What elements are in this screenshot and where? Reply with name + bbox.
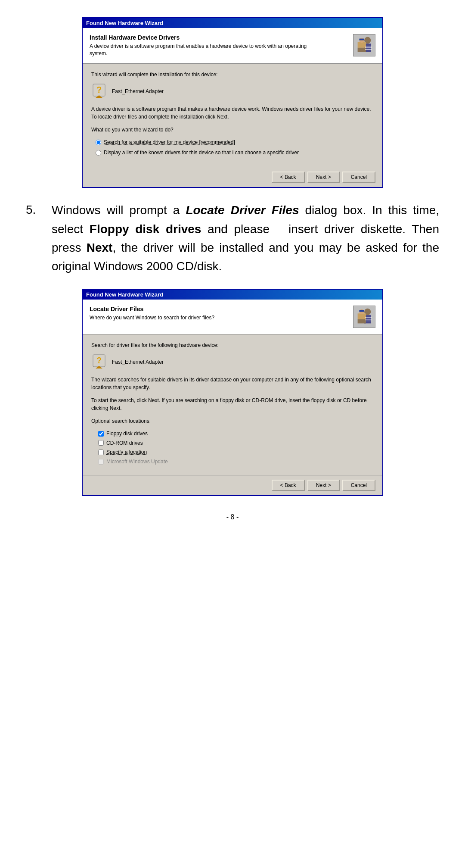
dialog2-desc2: To start the search, click Next. If you … xyxy=(91,397,374,412)
dialog2-header-text: Locate Driver Files Where do you want Wi… xyxy=(90,306,214,322)
dialog1-title: Found New Hardware Wizard xyxy=(86,20,163,26)
dialog1-heading: Install Hardware Device Drivers xyxy=(90,34,313,41)
dialog1-cancel-button[interactable]: Cancel xyxy=(342,172,375,183)
dialog2-body: Locate Driver Files Where do you want Wi… xyxy=(83,300,382,495)
dialog2-header-desc: Where do you want Windows to search for … xyxy=(90,314,214,322)
specify-label[interactable]: Specify a location xyxy=(106,449,147,456)
search-option-label[interactable]: Search for a suitable driver for my devi… xyxy=(104,139,235,146)
step5-content: Windows will prompt a Locate Driver File… xyxy=(52,201,439,276)
dialog1-question: What do you want the wizard to do? xyxy=(91,126,374,134)
dialog1-radio-group: Search for a suitable driver for my devi… xyxy=(96,139,374,157)
svg-point-17 xyxy=(359,309,364,314)
checkbox-floppy[interactable]: Floppy disk drives xyxy=(98,430,374,437)
list-option-label[interactable]: Display a list of the known drivers for … xyxy=(104,149,299,156)
dialog1-device-name: Fast_Ethernet Adapter xyxy=(112,88,164,94)
checkbox-cdrom[interactable]: CD-ROM drives xyxy=(98,440,374,447)
dialog2-intro: Search for driver files for the followin… xyxy=(91,341,374,349)
cdrom-label[interactable]: CD-ROM drives xyxy=(106,440,143,447)
dialog2-titlebar: Found New Hardware Wizard xyxy=(83,290,382,300)
dialog1-footer: < Back Next > Cancel xyxy=(83,167,382,187)
step5-next: Next xyxy=(87,241,113,254)
wizard-icon-2 xyxy=(353,306,375,328)
dialog1-back-button[interactable]: < Back xyxy=(272,172,305,183)
dialog1-header: Install Hardware Device Drivers A device… xyxy=(83,28,382,64)
dialog2-title: Found New Hardware Wizard xyxy=(86,291,163,298)
checkbox-windows-update[interactable]: Microsoft Windows Update xyxy=(98,458,374,465)
windows-update-checkbox[interactable] xyxy=(98,459,104,465)
svg-rect-3 xyxy=(358,42,366,47)
dialog2-device-name: Fast_Ethernet Adapter xyxy=(112,359,164,365)
dialog1-option2[interactable]: Display a list of the known drivers for … xyxy=(96,149,374,156)
svg-point-5 xyxy=(359,38,364,43)
svg-rect-16 xyxy=(358,319,366,324)
step5-block: 5. Windows will prompt a Locate Driver F… xyxy=(26,201,439,276)
dialog1-next-button[interactable]: Next > xyxy=(307,172,340,183)
cdrom-checkbox[interactable] xyxy=(98,440,104,446)
dialog2-desc1: The wizard searches for suitable drivers… xyxy=(91,376,374,391)
dialog1: Found New Hardware Wizard Install Hardwa… xyxy=(82,17,383,188)
dialog1-driver-desc: A device driver is a software program th… xyxy=(91,105,374,121)
search-radio[interactable] xyxy=(96,140,101,145)
dialog2-heading: Locate Driver Files xyxy=(90,306,214,312)
dialog1-body: Install Hardware Device Drivers A device… xyxy=(83,28,382,187)
question-device-icon-2: ? xyxy=(91,354,107,370)
dialog2-cancel-button[interactable]: Cancel xyxy=(342,480,375,491)
dialog2-content: Search for driver files for the followin… xyxy=(83,334,382,475)
dialog2-checkbox-group: Floppy disk drives CD-ROM drives Specify… xyxy=(98,430,374,465)
step5-number: 5. xyxy=(26,201,43,276)
specify-checkbox[interactable] xyxy=(98,450,104,455)
floppy-label[interactable]: Floppy disk drives xyxy=(106,430,148,437)
wizard-svg-1 xyxy=(353,34,375,56)
dialog1-intro: This wizard will complete the installati… xyxy=(91,71,374,78)
step5-locate-driver-files: Locate Driver Files xyxy=(186,203,299,217)
svg-text:?: ? xyxy=(96,85,102,94)
dialog1-device-row: ? Fast_Ethernet Adapter xyxy=(91,84,374,99)
svg-rect-4 xyxy=(358,48,366,52)
dialog2-next-button[interactable]: Next > xyxy=(307,480,340,491)
dialog2: Found New Hardware Wizard Locate Driver … xyxy=(82,289,383,496)
windows-update-label: Microsoft Windows Update xyxy=(106,458,168,465)
dialog1-content: This wizard will complete the installati… xyxy=(83,64,382,167)
page-number: - 8 - xyxy=(26,513,439,521)
dialog2-optional-label: Optional search locations: xyxy=(91,417,374,425)
floppy-checkbox[interactable] xyxy=(98,431,104,437)
svg-rect-18 xyxy=(359,310,364,312)
svg-rect-15 xyxy=(358,313,366,319)
wizard-icon-1 xyxy=(353,34,375,56)
svg-rect-6 xyxy=(359,39,364,41)
dialog2-header: Locate Driver Files Where do you want Wi… xyxy=(83,300,382,334)
dialog2-back-button[interactable]: < Back xyxy=(272,480,305,491)
question-device-icon-1: ? xyxy=(91,84,107,99)
wizard-svg-2 xyxy=(353,306,375,328)
dialog1-titlebar: Found New Hardware Wizard xyxy=(83,18,382,28)
dialog1-header-text: Install Hardware Device Drivers A device… xyxy=(90,34,313,57)
checkbox-specify[interactable]: Specify a location xyxy=(98,449,374,456)
list-radio[interactable] xyxy=(96,150,101,156)
step5-floppy: Floppy disk drives xyxy=(90,222,202,236)
dialog1-header-desc: A device driver is a software program th… xyxy=(90,43,313,57)
dialog1-option1[interactable]: Search for a suitable driver for my devi… xyxy=(96,139,374,146)
dialog2-footer: < Back Next > Cancel xyxy=(83,475,382,495)
question-svg-1: ? xyxy=(92,83,106,100)
svg-text:?: ? xyxy=(96,356,102,365)
dialog2-device-row: ? Fast_Ethernet Adapter xyxy=(91,354,374,370)
question-svg-2: ? xyxy=(92,354,106,370)
